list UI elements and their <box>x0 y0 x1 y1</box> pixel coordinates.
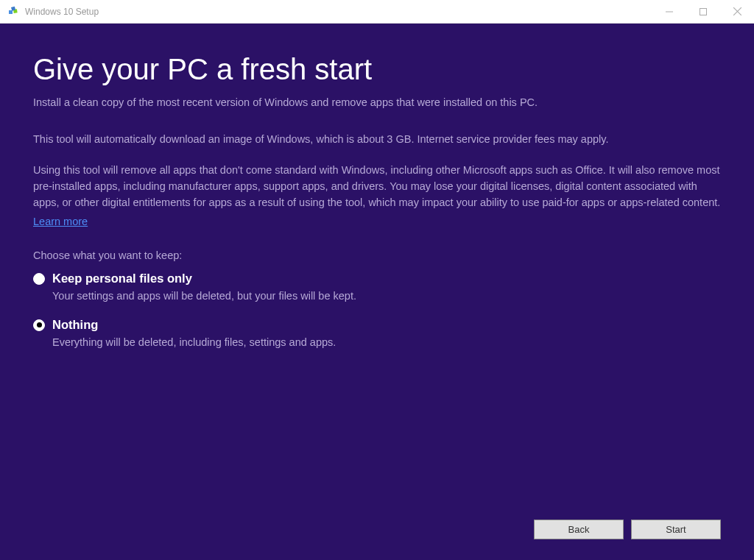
radio-keep-files-label[interactable]: Keep personal files only <box>52 272 192 286</box>
radio-keep-files[interactable] <box>33 273 45 285</box>
radio-nothing-label[interactable]: Nothing <box>52 318 98 332</box>
radio-nothing[interactable] <box>33 319 45 331</box>
maximize-button[interactable] <box>686 0 720 23</box>
radio-keep-files-desc: Your settings and apps will be deleted, … <box>52 288 721 305</box>
window-title: Windows 10 Setup <box>25 7 652 17</box>
learn-more-link[interactable]: Learn more <box>33 216 88 227</box>
page-title: Give your PC a fresh start <box>33 53 721 86</box>
content-area: Give your PC a fresh start Install a cle… <box>0 24 754 560</box>
app-icon <box>7 6 19 18</box>
info-download: This tool will automatically download an… <box>33 132 721 148</box>
radio-option-keep-files: Keep personal files only Your settings a… <box>33 272 721 305</box>
window-controls <box>652 0 754 23</box>
svg-rect-4 <box>700 8 707 15</box>
radio-nothing-desc: Everything will be deleted, including fi… <box>52 335 721 351</box>
minimize-button[interactable] <box>652 0 686 23</box>
choose-label: Choose what you want to keep: <box>33 249 721 261</box>
info-warning: Using this tool will remove all apps tha… <box>33 163 721 210</box>
svg-rect-0 <box>9 10 13 14</box>
page-subtitle: Install a clean copy of the most recent … <box>33 95 721 110</box>
radio-option-nothing: Nothing Everything will be deleted, incl… <box>33 318 721 351</box>
start-button[interactable]: Start <box>631 520 721 539</box>
back-button[interactable]: Back <box>534 520 624 539</box>
button-bar: Back Start <box>534 520 721 539</box>
close-button[interactable] <box>720 0 754 23</box>
titlebar: Windows 10 Setup <box>0 0 754 24</box>
